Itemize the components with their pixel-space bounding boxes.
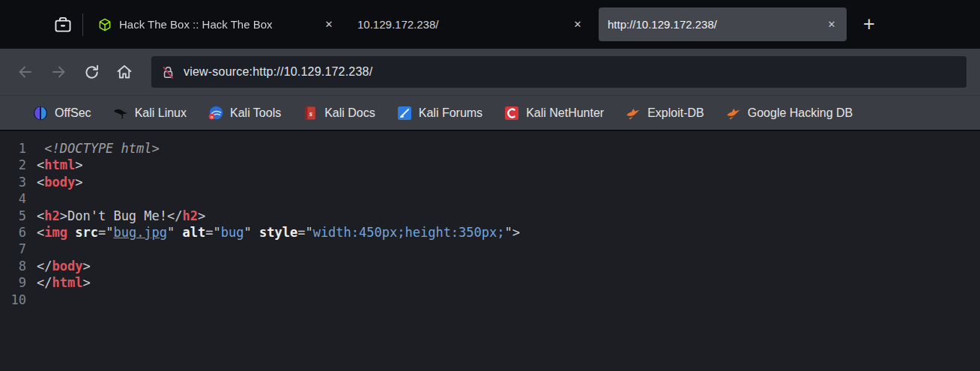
source-code-text: <h2>Don't Bug Me!</h2> bbox=[37, 208, 205, 224]
source-segment: img bbox=[44, 225, 67, 240]
bookmark-label: Exploit-DB bbox=[647, 106, 704, 120]
tab-view-source[interactable]: http://10.129.172.238/ ✕ bbox=[599, 7, 847, 41]
reload-button[interactable] bbox=[75, 57, 108, 87]
source-line: 6<img src="bug.jpg" alt="bug" style="wid… bbox=[0, 224, 980, 241]
bookmark-label: Google Hacking DB bbox=[748, 106, 853, 120]
line-number: 3 bbox=[0, 174, 37, 190]
source-line: 9</html> bbox=[0, 274, 980, 291]
source-segment: " bbox=[167, 225, 182, 240]
source-segment: =" bbox=[98, 225, 113, 240]
line-number: 4 bbox=[0, 190, 37, 207]
source-line: 3<body> bbox=[0, 174, 980, 190]
source-segment: "> bbox=[505, 225, 520, 240]
line-number: 10 bbox=[0, 292, 37, 308]
kali-linux-icon bbox=[113, 106, 128, 121]
source-segment: alt bbox=[183, 225, 206, 240]
bookmarks-bar: OffSecKali LinuxnKali ToolssKali DocsKal… bbox=[0, 96, 980, 130]
bookmark-label: Kali Forums bbox=[419, 106, 483, 120]
kali-forums-icon bbox=[397, 106, 412, 121]
home-button[interactable] bbox=[108, 57, 141, 87]
source-segment: Don't Bug Me! bbox=[67, 208, 167, 223]
source-segment: =" bbox=[297, 225, 312, 240]
source-segment: < bbox=[37, 157, 44, 172]
forward-button[interactable] bbox=[42, 57, 75, 87]
source-line: 2<html> bbox=[0, 157, 980, 173]
url-bar[interactable]: view-source:http://10.129.172.238/ bbox=[151, 56, 967, 88]
source-segment: style bbox=[259, 225, 297, 240]
source-code-text: </html> bbox=[37, 274, 91, 291]
bookmark-exploit-db[interactable]: Exploit-DB bbox=[626, 106, 704, 121]
source-segment: =" bbox=[205, 225, 220, 240]
insecure-lock-icon bbox=[161, 65, 175, 79]
source-segment: html bbox=[44, 157, 75, 172]
tab-close-icon[interactable]: ✕ bbox=[570, 17, 585, 32]
source-line: 7 bbox=[0, 241, 980, 257]
source-segment: bug bbox=[221, 225, 244, 240]
line-number: 2 bbox=[0, 157, 37, 173]
source-segment: < bbox=[37, 225, 44, 240]
navigation-toolbar: view-source:http://10.129.172.238/ bbox=[0, 49, 980, 96]
source-segment: html bbox=[52, 275, 82, 290]
svg-text:s: s bbox=[309, 109, 312, 117]
line-number: 1 bbox=[0, 140, 37, 157]
bookmark-kali-docs[interactable]: sKali Docs bbox=[303, 106, 375, 121]
source-segment: " bbox=[244, 225, 258, 240]
kali-docs-icon: s bbox=[303, 106, 318, 121]
tab-close-icon[interactable]: ✕ bbox=[321, 17, 336, 32]
source-segment bbox=[67, 225, 75, 240]
bookmark-label: Kali NetHunter bbox=[526, 106, 604, 120]
bookmark-offsec[interactable]: OffSec bbox=[33, 106, 91, 121]
source-view: 1 <!DOCTYPE html>2<html>3<body>45<h2>Don… bbox=[0, 140, 980, 308]
offsec-icon bbox=[33, 106, 48, 121]
source-code-text: <html> bbox=[37, 157, 82, 173]
bookmark-kali-nethunter[interactable]: Kali NetHunter bbox=[504, 106, 604, 121]
source-segment: > bbox=[75, 175, 82, 190]
tab-title: Hack The Box :: Hack The Box bbox=[119, 18, 315, 31]
source-link[interactable]: bug.jpg bbox=[113, 225, 167, 240]
firefox-view-button[interactable] bbox=[48, 10, 78, 40]
back-button[interactable] bbox=[9, 57, 42, 87]
new-tab-button[interactable]: + bbox=[854, 10, 884, 40]
kali-nethunter-icon bbox=[504, 106, 519, 121]
line-number: 8 bbox=[0, 258, 37, 274]
source-segment: < bbox=[37, 208, 44, 223]
bookmark-label: Kali Linux bbox=[135, 106, 187, 120]
bookmark-label: Kali Docs bbox=[324, 106, 375, 120]
home-icon bbox=[115, 63, 133, 81]
tab-hackthebox[interactable]: Hack The Box :: Hack The Box ✕ bbox=[89, 7, 344, 41]
line-number: 7 bbox=[0, 241, 37, 257]
tab-ip-page[interactable]: 10.129.172.238/ ✕ bbox=[348, 7, 593, 41]
source-segment: body bbox=[52, 259, 82, 274]
line-number: 5 bbox=[0, 208, 37, 224]
line-number: 6 bbox=[0, 224, 37, 241]
source-segment: > bbox=[75, 157, 82, 172]
source-segment: h2 bbox=[183, 208, 198, 223]
ghdb-bird-icon bbox=[726, 106, 741, 121]
source-segment: </ bbox=[37, 275, 52, 290]
page-content: 1 <!DOCTYPE html>2<html>3<body>45<h2>Don… bbox=[0, 130, 980, 371]
forward-arrow-icon bbox=[49, 63, 67, 81]
back-arrow-icon bbox=[16, 63, 34, 81]
tab-title: 10.129.172.238/ bbox=[357, 18, 564, 31]
source-line: 10 bbox=[0, 292, 980, 308]
bookmark-google-hacking-db[interactable]: Google Hacking DB bbox=[726, 106, 853, 121]
reload-icon bbox=[83, 64, 100, 81]
source-code-text: <!DOCTYPE html> bbox=[37, 140, 160, 157]
source-code-text: </body> bbox=[37, 258, 91, 274]
source-segment: <!DOCTYPE html> bbox=[37, 141, 160, 156]
tab-bar: Hack The Box :: Hack The Box ✕ 10.129.17… bbox=[0, 0, 980, 49]
tab-close-icon[interactable]: ✕ bbox=[824, 17, 839, 32]
source-line: 4 bbox=[0, 190, 980, 207]
tab-title: http://10.129.172.238/ bbox=[608, 18, 818, 31]
bookmark-kali-tools[interactable]: nKali Tools bbox=[208, 106, 281, 121]
bookmark-kali-linux[interactable]: Kali Linux bbox=[113, 106, 187, 121]
source-line: 8</body> bbox=[0, 258, 980, 274]
bookmark-kali-forums[interactable]: Kali Forums bbox=[397, 106, 483, 121]
bookmark-label: OffSec bbox=[55, 106, 91, 120]
source-line: 1 <!DOCTYPE html> bbox=[0, 140, 980, 157]
hackthebox-cube-icon bbox=[98, 18, 112, 31]
source-segment: </ bbox=[167, 208, 182, 223]
source-line: 5<h2>Don't Bug Me!</h2> bbox=[0, 208, 980, 224]
source-segment: < bbox=[37, 175, 44, 190]
source-segment: > bbox=[82, 259, 90, 274]
